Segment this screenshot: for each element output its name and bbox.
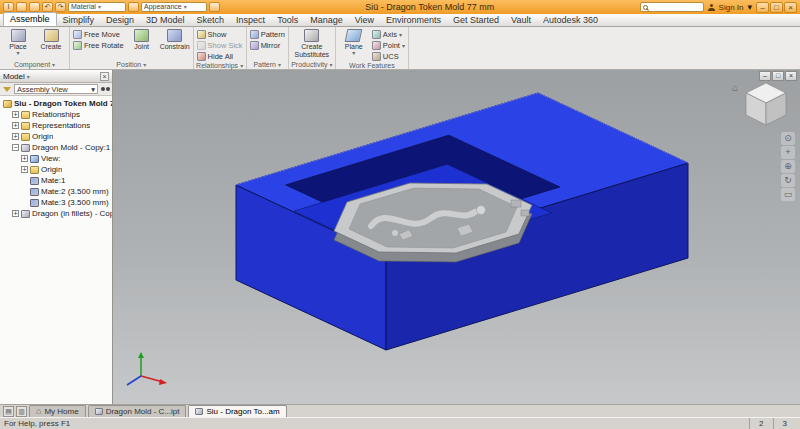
app-logo-icon[interactable]: I xyxy=(3,2,14,12)
tab-tools[interactable]: Tools xyxy=(271,14,304,26)
measure-icon[interactable] xyxy=(209,2,220,12)
tree-item-mate-2[interactable]: Mate:2 (3.500 mm) xyxy=(0,186,112,197)
maximize-button[interactable]: □ xyxy=(770,2,783,13)
ucs-button[interactable]: UCS xyxy=(372,51,405,61)
panel-label-work-features[interactable]: Work Features xyxy=(336,62,408,69)
pattern-button[interactable]: Pattern xyxy=(250,29,285,39)
search-input[interactable] xyxy=(640,2,704,12)
tab-design[interactable]: Design xyxy=(100,14,140,26)
tab-view[interactable]: View xyxy=(349,14,380,26)
doc-tab-siu-dragon-token-mold[interactable]: Siu - Dragon To...am xyxy=(188,405,286,417)
tab-manage[interactable]: Manage xyxy=(304,14,349,26)
tab-sketch[interactable]: Sketch xyxy=(191,14,231,26)
view-cube[interactable] xyxy=(746,83,786,125)
expand-icon[interactable]: + xyxy=(21,155,28,162)
assembly-view-selector[interactable]: Assembly View ▾ xyxy=(14,84,98,94)
tab-assemble[interactable]: Assemble xyxy=(3,12,57,26)
doc-close-button[interactable]: × xyxy=(785,71,797,81)
arrange-windows-icon[interactable]: ▤ xyxy=(3,406,14,417)
document-tab-bar: ▤ ▥ ⌂ My Home Dragon Mold - C...ipt Siu … xyxy=(0,404,800,417)
collapse-icon[interactable]: − xyxy=(12,144,19,151)
place-button[interactable]: Place ▾ xyxy=(3,28,33,56)
orbit-icon[interactable]: ↻ xyxy=(781,174,795,187)
panel-label-component[interactable]: Component ▾ xyxy=(0,59,69,69)
viewport-3d-canvas[interactable] xyxy=(113,70,800,404)
sign-in-button[interactable]: Sign In xyxy=(719,3,744,12)
hide-all-button[interactable]: Hide All xyxy=(197,51,243,61)
tree-item-label: Origin xyxy=(41,165,62,174)
undo-icon[interactable]: ↶ xyxy=(42,2,53,12)
panel-label-pattern[interactable]: Pattern ▾ xyxy=(247,59,288,69)
create-substitutes-button[interactable]: Create Substitutes xyxy=(292,28,332,58)
expand-icon[interactable]: + xyxy=(12,122,19,129)
panel-label-text: Pattern xyxy=(253,61,276,68)
origin-triad-indicator xyxy=(127,352,167,385)
expand-icon[interactable]: + xyxy=(12,111,19,118)
pan-icon[interactable]: + xyxy=(781,146,795,159)
doc-tab-my-home[interactable]: ⌂ My Home xyxy=(29,405,86,417)
close-button[interactable]: × xyxy=(784,2,797,13)
doc-tab-dragon-mold[interactable]: Dragon Mold - C...ipt xyxy=(88,405,187,417)
tree-item-relationships[interactable]: + Relationships xyxy=(0,109,112,120)
tile-windows-icon[interactable]: ▥ xyxy=(16,406,27,417)
tree-item-mate-3[interactable]: Mate:3 (3.500 mm) xyxy=(0,197,112,208)
doc-minimize-button[interactable]: – xyxy=(759,71,771,81)
expand-icon[interactable]: + xyxy=(12,210,19,217)
viewcube-home-icon[interactable]: ⌂ xyxy=(732,82,738,93)
panel-label-position[interactable]: Position ▾ xyxy=(70,59,193,69)
tree-item-origin-child[interactable]: + Origin xyxy=(0,164,112,175)
save-icon[interactable] xyxy=(29,2,40,12)
tab-environments[interactable]: Environments xyxy=(380,14,447,26)
tree-item-view[interactable]: + View: xyxy=(0,153,112,164)
graphics-viewport[interactable]: – □ × ⌂ ⊙ + ⊕ ↻ ▭ xyxy=(113,70,800,404)
redo-icon[interactable]: ↷ xyxy=(55,2,66,12)
tree-item-dragon-mold-copy-1[interactable]: − Dragon Mold - Copy:1 xyxy=(0,142,112,153)
filter-icon[interactable] xyxy=(3,87,11,92)
expand-icon[interactable]: + xyxy=(12,133,19,140)
tab-vault[interactable]: Vault xyxy=(505,14,537,26)
browser-close-icon[interactable]: × xyxy=(100,72,109,81)
material-combobox[interactable]: Material ▾ xyxy=(68,2,126,12)
tab-3d-model[interactable]: 3D Model xyxy=(140,14,191,26)
show-button[interactable]: Show xyxy=(197,29,243,39)
tab-autodesk-360[interactable]: Autodesk 360 xyxy=(537,14,604,26)
axis-button[interactable]: Axis ▾ xyxy=(372,29,405,39)
tree-item-label: Relationships xyxy=(32,110,80,119)
doc-restore-button[interactable]: □ xyxy=(772,71,784,81)
chevron-down-icon[interactable]: ▾ xyxy=(747,2,752,12)
panel-label-relationships[interactable]: Relationships ▾ xyxy=(194,62,246,69)
mirror-button[interactable]: Mirror xyxy=(250,40,285,50)
position-small-buttons: Free Move Free Rotate xyxy=(73,28,124,50)
look-at-icon[interactable]: ▭ xyxy=(781,188,795,201)
tree-item-label: Mate:2 (3.500 mm) xyxy=(41,187,109,196)
free-rotate-button[interactable]: Free Rotate xyxy=(73,40,124,50)
constrain-button[interactable]: Constrain xyxy=(160,28,190,51)
tree-item-root-assembly[interactable]: Siu - Dragon Token Mold 77 mm.iam xyxy=(0,98,112,109)
zoom-icon[interactable]: ⊕ xyxy=(781,160,795,173)
panel-label-productivity[interactable]: Productivity ▾ xyxy=(289,59,335,69)
expand-icon[interactable]: + xyxy=(21,166,28,173)
show-sick-button[interactable]: Show Sick xyxy=(197,40,243,50)
tree-item-mate-1[interactable]: Mate:1 xyxy=(0,175,112,186)
tab-get-started[interactable]: Get Started xyxy=(447,14,505,26)
new-file-icon[interactable] xyxy=(16,2,27,12)
free-move-button[interactable]: Free Move xyxy=(73,29,124,39)
navigation-wheel-icon[interactable]: ⊙ xyxy=(781,132,795,145)
free-rotate-icon xyxy=(73,41,82,50)
create-label: Create xyxy=(40,43,61,51)
minimize-button[interactable]: – xyxy=(756,2,769,13)
joint-button[interactable]: Joint xyxy=(127,28,157,51)
chevron-down-icon[interactable]: ▾ xyxy=(27,73,30,80)
adjust-icon[interactable] xyxy=(128,2,139,12)
tree-item-representations[interactable]: + Representations xyxy=(0,120,112,131)
search-tree-icon[interactable] xyxy=(101,87,105,91)
appearance-combobox[interactable]: Appearance ▾ xyxy=(141,2,207,12)
point-button[interactable]: Point ▾ xyxy=(372,40,405,50)
create-button[interactable]: Create xyxy=(36,28,66,51)
tree-item-dragon-in-fillets-copy-1[interactable]: + Dragon (in fillets) - Copy:1 xyxy=(0,208,112,219)
plane-button[interactable]: Plane ▾ xyxy=(339,28,369,56)
tree-item-origin[interactable]: + Origin xyxy=(0,131,112,142)
tab-inspect[interactable]: Inspect xyxy=(230,14,271,26)
tab-simplify[interactable]: Simplify xyxy=(57,14,101,26)
panel-body: Show Show Sick Hide All xyxy=(194,27,246,62)
